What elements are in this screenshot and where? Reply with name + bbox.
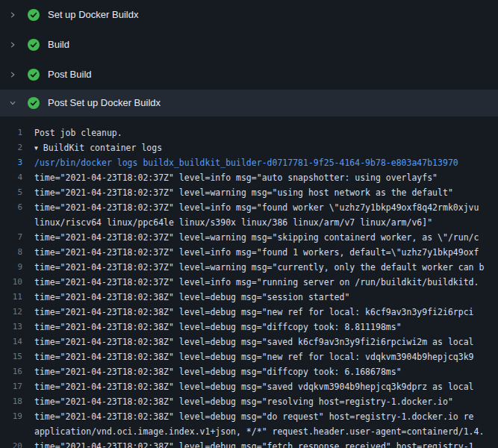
log-group-row[interactable]: 2▼BuildKit container logs xyxy=(0,140,498,155)
line-number[interactable]: 11 xyxy=(0,290,34,305)
line-number[interactable]: 20 xyxy=(0,439,34,448)
log-line: 17time="2021-04-23T18:02:38Z" level=debu… xyxy=(0,379,498,394)
line-number[interactable]: 1 xyxy=(0,125,34,140)
chevron-right-icon xyxy=(9,10,16,19)
step-label: Set up Docker Buildx xyxy=(48,9,138,21)
log-text: time="2021-04-23T18:02:38Z" level=debug … xyxy=(34,320,498,335)
log-line: 12time="2021-04-23T18:02:38Z" level=debu… xyxy=(0,305,498,320)
line-number[interactable]: 8 xyxy=(0,245,34,260)
line-number[interactable]: 16 xyxy=(0,364,34,379)
log-text: time="2021-04-23T18:02:37Z" level=info m… xyxy=(34,245,498,260)
line-number[interactable]: 2 xyxy=(0,140,34,155)
log-text: time="2021-04-23T18:02:38Z" level=debug … xyxy=(34,439,498,448)
log-text: time="2021-04-23T18:02:38Z" level=debug … xyxy=(34,364,498,379)
log-text: time="2021-04-23T18:02:38Z" level=debug … xyxy=(34,335,498,349)
step-label: Post Set up Docker Buildx xyxy=(48,97,161,109)
step-row-post-build[interactable]: Post Build xyxy=(0,60,498,90)
line-number[interactable]: 9 xyxy=(0,260,34,275)
log-text: ▼BuildKit container logs xyxy=(34,140,498,155)
log-text: /usr/bin/docker logs buildx_buildkit_bui… xyxy=(34,155,498,170)
line-number[interactable]: 4 xyxy=(0,170,34,185)
log-line: 19time="2021-04-23T18:02:38Z" level=debu… xyxy=(0,409,498,424)
log-line: 13time="2021-04-23T18:02:38Z" level=debu… xyxy=(0,320,498,335)
line-number[interactable]: 6 xyxy=(0,200,34,215)
log-line: 14time="2021-04-23T18:02:38Z" level=debu… xyxy=(0,335,498,349)
log-text: time="2021-04-23T18:02:38Z" level=debug … xyxy=(34,349,498,364)
step-row-post-set-up-docker-buildx[interactable]: Post Set up Docker Buildx xyxy=(0,90,498,116)
step-label: Post Build xyxy=(48,69,92,81)
workflow-steps-list: Set up Docker Buildx Build Post Build Po… xyxy=(0,0,498,116)
log-line: 15time="2021-04-23T18:02:38Z" level=debu… xyxy=(0,349,498,364)
log-line: 10time="2021-04-23T18:02:37Z" level=info… xyxy=(0,275,498,290)
step-label: Build xyxy=(48,39,69,51)
chevron-right-icon xyxy=(9,40,16,49)
log-line: 8time="2021-04-23T18:02:37Z" level=info … xyxy=(0,245,498,260)
line-number[interactable]: 17 xyxy=(0,379,34,394)
log-text: time="2021-04-23T18:02:38Z" level=debug … xyxy=(34,394,498,409)
log-line: application/vnd.oci.image.index.v1+json,… xyxy=(0,424,498,439)
log-line: 6time="2021-04-23T18:02:37Z" level=info … xyxy=(0,200,498,215)
line-number[interactable]: 13 xyxy=(0,320,34,335)
log-text: time="2021-04-23T18:02:37Z" level=warnin… xyxy=(34,230,498,245)
log-line: 7time="2021-04-23T18:02:37Z" level=warni… xyxy=(0,230,498,245)
log-text: Post job cleanup. xyxy=(34,125,498,140)
chevron-right-icon xyxy=(9,70,16,79)
check-circle-icon xyxy=(28,9,40,21)
log-text: time="2021-04-23T18:02:37Z" level=info m… xyxy=(34,170,498,185)
line-number[interactable]: 15 xyxy=(0,349,34,364)
log-text: time="2021-04-23T18:02:38Z" level=debug … xyxy=(34,290,498,305)
log-line: 18time="2021-04-23T18:02:38Z" level=debu… xyxy=(0,394,498,409)
log-text: application/vnd.oci.image.index.v1+json,… xyxy=(34,424,498,439)
check-circle-icon xyxy=(28,39,40,51)
line-number[interactable]: 12 xyxy=(0,305,34,320)
log-text: time="2021-04-23T18:02:38Z" level=debug … xyxy=(34,409,498,424)
line-number[interactable]: 7 xyxy=(0,230,34,245)
line-number[interactable]: 5 xyxy=(0,185,34,200)
log-text: time="2021-04-23T18:02:38Z" level=debug … xyxy=(34,379,498,394)
chevron-down-icon xyxy=(9,99,16,108)
line-number[interactable]: 18 xyxy=(0,394,34,409)
step-row-set-up-docker-buildx[interactable]: Set up Docker Buildx xyxy=(0,0,498,30)
log-line: 4time="2021-04-23T18:02:37Z" level=info … xyxy=(0,170,498,185)
line-number[interactable]: 3 xyxy=(0,155,34,170)
group-expand-icon: ▼ xyxy=(34,141,38,155)
line-number[interactable]: 10 xyxy=(0,275,34,290)
line-number[interactable] xyxy=(0,424,34,439)
log-line: 9time="2021-04-23T18:02:37Z" level=warni… xyxy=(0,260,498,275)
log-text: linux/riscv64 linux/ppc64le linux/s390x … xyxy=(34,215,498,230)
check-circle-icon xyxy=(28,69,40,81)
log-line: 20time="2021-04-23T18:02:38Z" level=debu… xyxy=(0,439,498,448)
log-text: time="2021-04-23T18:02:37Z" level=info m… xyxy=(34,275,498,290)
line-number[interactable]: 19 xyxy=(0,409,34,424)
log-text: time="2021-04-23T18:02:38Z" level=debug … xyxy=(34,305,498,320)
log-line: 5time="2021-04-23T18:02:37Z" level=warni… xyxy=(0,185,498,200)
log-command-line: 3/usr/bin/docker logs buildx_buildkit_bu… xyxy=(0,155,498,170)
log-text: time="2021-04-23T18:02:37Z" level=warnin… xyxy=(34,185,498,200)
check-circle-icon xyxy=(28,97,40,109)
log-line: linux/riscv64 linux/ppc64le linux/s390x … xyxy=(0,215,498,230)
log-area: 1Post job cleanup.2▼BuildKit container l… xyxy=(0,116,498,448)
log-line: 16time="2021-04-23T18:02:38Z" level=debu… xyxy=(0,364,498,379)
step-row-build[interactable]: Build xyxy=(0,30,498,60)
line-number[interactable] xyxy=(0,215,34,230)
log-text: time="2021-04-23T18:02:37Z" level=info m… xyxy=(34,200,498,215)
line-number[interactable]: 14 xyxy=(0,335,34,349)
log-text: time="2021-04-23T18:02:37Z" level=warnin… xyxy=(34,260,498,275)
log-line: 11time="2021-04-23T18:02:38Z" level=debu… xyxy=(0,290,498,305)
log-line: 1Post job cleanup. xyxy=(0,125,498,140)
